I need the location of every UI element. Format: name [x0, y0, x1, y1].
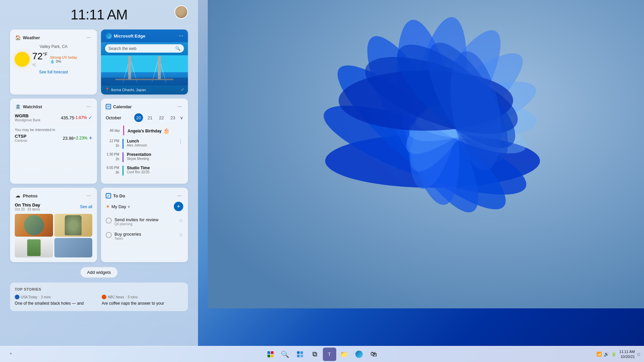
- photo-thumb-4: [54, 238, 93, 257]
- weather-main: 72°F °C Strong UV today 💧 0%: [15, 51, 92, 68]
- cal-event-lunch-more[interactable]: ⋮: [178, 139, 183, 144]
- photos-see-all-button[interactable]: See all: [80, 204, 92, 209]
- stock-change-wgrb: -1.67%: [74, 115, 87, 120]
- win-tile-red: [271, 351, 274, 354]
- photos-title-label: Photos: [23, 193, 38, 198]
- cal-day-20[interactable]: 20: [134, 113, 143, 122]
- file-explorer-button[interactable]: 📁: [338, 348, 351, 361]
- edge-search-placeholder: Search the web: [108, 46, 173, 51]
- photos-title-row: ☁ Photos: [15, 193, 38, 199]
- top-stories-title: TOP STORIES: [15, 287, 183, 291]
- edge-title-row: Microsoft Edge: [106, 33, 145, 39]
- weather-forecast-link[interactable]: See full forecast: [15, 70, 92, 74]
- weather-title-row: 🏠 Weather: [15, 35, 40, 41]
- profile-avatar[interactable]: [175, 5, 188, 19]
- edge-more-button[interactable]: ···: [179, 33, 183, 39]
- battery-icon[interactable]: 🔋: [611, 352, 616, 357]
- volume-icon[interactable]: 🔊: [604, 352, 609, 357]
- weather-icon: 🏠: [15, 35, 21, 41]
- cal-event-studio-info: Studio Time Conf Rm 32/35: [127, 166, 183, 174]
- photo-thumb-2: [54, 214, 93, 237]
- network-icon[interactable]: 📶: [596, 352, 602, 357]
- calendar-more-button[interactable]: ···: [176, 103, 183, 110]
- news-item-2[interactable]: NBC News · 5 mins Are coffee naps the an…: [102, 295, 183, 306]
- watchlist-icon: 🏦: [15, 104, 21, 110]
- todo-task-name-2: Buy groceries: [114, 232, 176, 237]
- stock-verified-icon: ✓: [88, 115, 92, 120]
- start-button[interactable]: [264, 348, 277, 361]
- news-item-1[interactable]: USA Today · 3 mins One of the smallest b…: [15, 295, 96, 306]
- watchlist-header: 🏦 Watchlist ···: [15, 103, 92, 110]
- stock-ticker-ctsp-group: CTSP Contoso: [15, 134, 27, 142]
- todo-star-1[interactable]: ☆: [179, 217, 183, 224]
- avatar-image: [175, 6, 187, 18]
- widgets-grid: 🏠 Weather ··· Valley Park, CA 72°F °C St…: [10, 29, 188, 262]
- photos-widget: ☁ Photos ··· On This Day Oct 20 · 33 ite…: [10, 188, 97, 262]
- cal-allday-emoji: 🎂: [163, 128, 170, 133]
- todo-star-2[interactable]: ☆: [179, 232, 183, 238]
- cal-day-21[interactable]: 21: [146, 113, 154, 122]
- stock-change-ctsp: +2.23%: [73, 136, 87, 140]
- weather-uv-label: Strong UV today: [50, 55, 77, 59]
- watchlist-title-row: 🏦 Watchlist: [15, 104, 42, 110]
- taskbar-center: 🔍 ⧉ T 📁 🛍: [264, 348, 381, 361]
- news-time-2: ·: [126, 295, 127, 299]
- add-widgets-container: Add widgets: [10, 267, 188, 278]
- todo-checkbox-2[interactable]: [106, 232, 112, 238]
- cal-day-23-num[interactable]: 23: [168, 113, 177, 122]
- search-button[interactable]: 🔍: [279, 348, 292, 361]
- widget-time: 11:11 AM: [10, 7, 188, 23]
- photos-more-button[interactable]: ···: [85, 192, 92, 199]
- edge-expand-icon: ⤢: [181, 87, 184, 92]
- cal-day-23[interactable]: 23: [168, 113, 177, 122]
- watchlist-more-button[interactable]: ···: [85, 103, 92, 110]
- stock-item-wgrb: WGRB Woodgrove Bank 435.75 -1.67% ✓: [15, 113, 92, 122]
- cal-day-22-num[interactable]: 22: [157, 113, 166, 122]
- add-widgets-button[interactable]: Add widgets: [80, 267, 118, 278]
- widgets-button[interactable]: [293, 348, 307, 361]
- todo-more-button[interactable]: ···: [176, 192, 183, 199]
- weather-more-button[interactable]: ···: [85, 34, 92, 41]
- edge-search-bar[interactable]: Search the web 🔍: [105, 44, 184, 53]
- todo-content-2: Buy groceries Tasks: [114, 232, 176, 240]
- cal-event-allday: All day Angela's Birthday 🎂: [106, 125, 183, 135]
- stock-price-wgrb: 435.75: [61, 115, 74, 120]
- todo-checkbox-1[interactable]: [106, 218, 112, 224]
- taskbar-left: ^: [4, 348, 17, 361]
- calendar-chevron-icon[interactable]: ∨: [180, 115, 183, 120]
- svg-rect-30: [297, 355, 300, 357]
- watchlist-divider: [15, 125, 92, 125]
- news-headline-2: Are coffee naps the answer to your: [102, 301, 183, 306]
- task-view-button[interactable]: ⧉: [308, 348, 321, 361]
- cal-day-22[interactable]: 22: [157, 113, 166, 122]
- photos-icon: ☁: [15, 193, 21, 199]
- photos-date-count: Oct 20 · 33 items: [15, 207, 40, 211]
- cal-day-20-num[interactable]: 20: [134, 113, 143, 122]
- news-source-2: NBC News · 5 mins: [102, 295, 183, 299]
- todo-add-button[interactable]: +: [174, 202, 183, 211]
- store-button[interactable]: 🛍: [367, 348, 381, 361]
- weather-temp-group: 72°F °C: [32, 51, 47, 68]
- stock-add-button[interactable]: +: [89, 135, 92, 142]
- photos-on-this-day-row: On This Day Oct 20 · 33 items See all: [15, 202, 92, 211]
- notification-icon[interactable]: □: [638, 352, 640, 357]
- weather-location: Valley Park, CA: [15, 44, 92, 49]
- cal-day-21-num[interactable]: 21: [146, 113, 154, 122]
- edge-title-label: Microsoft Edge: [114, 34, 145, 39]
- todo-chevron-icon[interactable]: ∨: [128, 204, 130, 209]
- todo-sun-icon: ☀: [106, 204, 110, 209]
- photo-circle-shape: [24, 215, 44, 235]
- edge-taskbar-button[interactable]: [352, 348, 366, 361]
- weather-info-panel: Strong UV today 💧 0%: [50, 55, 77, 64]
- todo-header: ✓ To Do ···: [106, 192, 183, 199]
- edge-header: Microsoft Edge ···: [101, 29, 188, 42]
- stock-row-ctsp: CTSP Contoso 23.98 +2.23% +: [15, 134, 92, 142]
- teams-button[interactable]: T: [323, 348, 336, 361]
- photos-section-info: On This Day Oct 20 · 33 items: [15, 202, 40, 211]
- system-tray: 📶 🔊 🔋: [596, 352, 616, 357]
- todo-task-name-1: Send invites for review: [114, 217, 176, 222]
- taskbar-overflow-chevron[interactable]: ^: [4, 348, 17, 361]
- taskbar-clock[interactable]: 11:11 AM 10/20/21: [619, 349, 635, 359]
- news-time-1: ·: [39, 295, 40, 299]
- todo-my-day-label: ☀ My Day ∨: [106, 204, 130, 209]
